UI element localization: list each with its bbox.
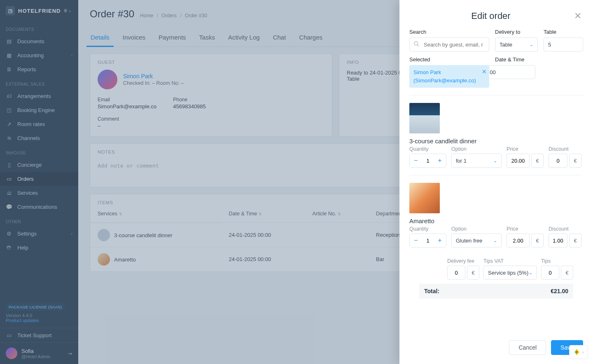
price-input[interactable] — [507, 154, 530, 168]
table-label: Table — [544, 29, 583, 35]
order-item: 3-course candlelit dinner Quantity − + O… — [409, 103, 581, 168]
chevron-down-icon: ⌄ — [493, 158, 497, 163]
chevron-down-icon: ⌄ — [530, 42, 533, 47]
option-label: Option — [451, 226, 502, 232]
qty-input[interactable] — [422, 158, 434, 164]
item-title: 3-course candlelit dinner — [409, 138, 581, 145]
currency-unit: € — [561, 266, 573, 280]
search-icon — [413, 41, 420, 48]
discount-label: Discount — [549, 226, 581, 232]
price-label: Price — [507, 226, 544, 232]
tips-input[interactable] — [541, 266, 559, 280]
qty-increase-button[interactable]: + — [434, 234, 446, 247]
total-label: Total: — [424, 288, 439, 294]
selected-email: (SimonPark@example.co) — [413, 77, 476, 84]
currency-unit: € — [531, 154, 544, 168]
order-item: Amaretto Quantity − + Option — [409, 183, 581, 247]
datetime-label: Date & Time — [495, 56, 538, 63]
option-label: Option — [451, 146, 502, 152]
modal-backdrop[interactable] — [0, 0, 399, 364]
qty-input[interactable] — [422, 238, 434, 244]
debug-widget[interactable]: ‹ — [569, 345, 588, 359]
item-thumbnail — [409, 183, 440, 213]
currency-unit: € — [531, 233, 544, 247]
qty-label: Quantity — [409, 226, 446, 232]
discount-label: Discount — [549, 146, 581, 152]
option-select[interactable]: for 1⌄ — [451, 154, 502, 168]
quantity-stepper: − + — [409, 233, 446, 247]
cancel-button[interactable]: Cancel — [509, 340, 546, 355]
edit-order-panel: Edit order ✕ Search Selected Simon Park — [399, 0, 593, 364]
currency-unit: € — [569, 233, 581, 247]
svg-point-0 — [414, 42, 418, 45]
selected-name: Simon Park — [413, 69, 441, 75]
qty-decrease-button[interactable]: − — [410, 154, 422, 167]
tips-vat-label: Tips VAT — [483, 258, 537, 264]
tips-vat-select[interactable]: Service tips (5%)⌄ — [483, 266, 537, 280]
delivery-fee-label: Delivery fee — [447, 258, 479, 264]
tips-label: Tips — [541, 258, 573, 264]
chevron-down-icon: ⌄ — [493, 238, 497, 243]
item-thumbnail — [409, 103, 440, 133]
search-label: Search — [409, 29, 489, 35]
search-input[interactable] — [409, 37, 489, 51]
selected-chip: Simon Park (SimonPark@example.co) ✕ — [409, 65, 489, 88]
discount-input[interactable] — [549, 154, 567, 168]
price-input[interactable] — [507, 233, 530, 247]
delivery-fee-input[interactable] — [447, 266, 465, 280]
svg-point-2 — [576, 351, 578, 353]
panel-title: Edit order — [409, 11, 572, 21]
total-row: Total: €21.00 — [419, 284, 573, 299]
order-items-list: 3-course candlelit dinner Quantity − + O… — [409, 103, 583, 255]
price-label: Price — [507, 146, 544, 152]
discount-input[interactable] — [549, 233, 567, 247]
currency-unit: € — [467, 266, 479, 280]
delivery-select[interactable]: Table⌄ — [495, 37, 538, 51]
svg-line-1 — [417, 44, 419, 46]
chevron-left-icon: ‹ — [582, 350, 584, 355]
selected-label: Selected — [409, 56, 489, 63]
qty-increase-button[interactable]: + — [434, 154, 446, 167]
option-select[interactable]: Gluten free⌄ — [451, 233, 502, 247]
total-value: €21.00 — [551, 288, 568, 294]
item-title: Amaretto — [409, 217, 581, 224]
qty-label: Quantity — [409, 146, 446, 152]
close-button[interactable]: ✕ — [572, 9, 583, 23]
qty-decrease-button[interactable]: − — [410, 234, 422, 247]
remove-selected-button[interactable]: ✕ — [482, 68, 487, 76]
table-input[interactable] — [544, 37, 583, 51]
quantity-stepper: − + — [409, 154, 446, 168]
currency-unit: € — [569, 154, 581, 168]
delivery-label: Delivery to — [495, 29, 538, 35]
chevron-down-icon: ⌄ — [529, 270, 532, 275]
